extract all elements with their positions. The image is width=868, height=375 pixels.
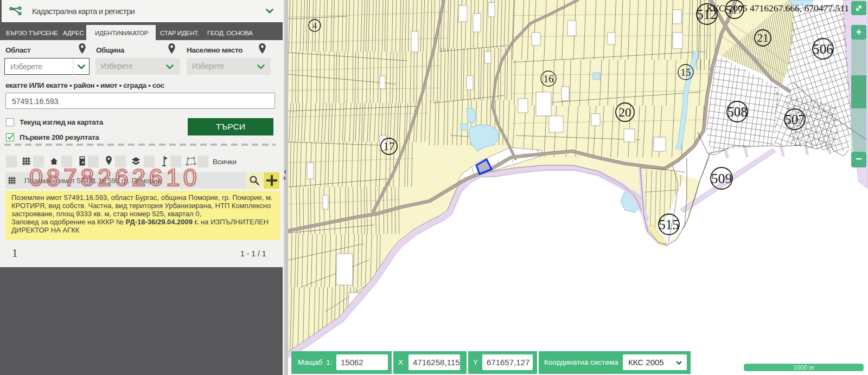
svg-text:506: 506 — [813, 42, 833, 56]
svg-text:20: 20 — [619, 106, 631, 119]
svg-text:ККС-2005 4716267.666, 670477.5: ККС-2005 4716267.666, 670477.511 — [706, 3, 849, 14]
svg-text:15: 15 — [681, 67, 691, 78]
svg-text:21: 21 — [757, 31, 769, 44]
svg-text:515: 515 — [659, 217, 679, 232]
svg-text:4: 4 — [312, 21, 317, 30]
svg-text:16: 16 — [544, 73, 554, 85]
svg-text:17: 17 — [384, 140, 395, 153]
svg-text:509: 509 — [711, 171, 732, 186]
svg-text:507: 507 — [784, 112, 805, 127]
svg-text:508: 508 — [727, 105, 748, 119]
